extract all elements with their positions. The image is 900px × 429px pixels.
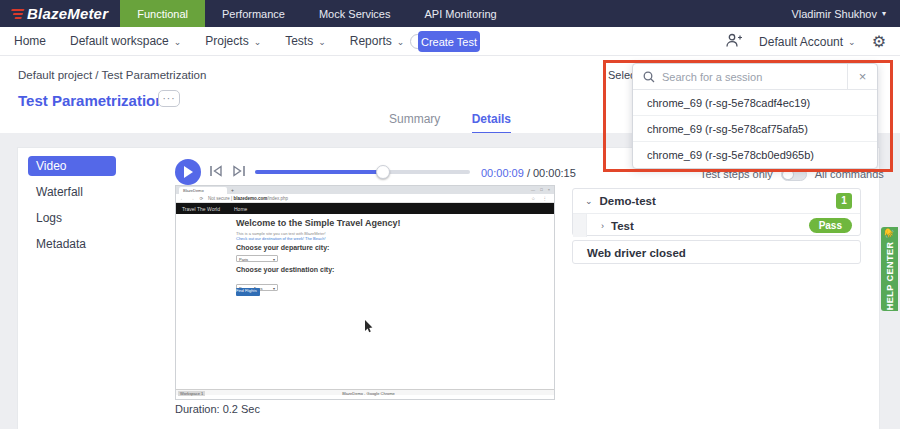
account-selector[interactable]: Default Account ⌄ [759,35,856,49]
site-subtext-2: Check out our destination of the week! T… [236,236,326,241]
os-taskbar: Workspace 1 BlazeDemo - Google Chrome [176,389,554,395]
group-count-badge: 1 [836,193,852,209]
browser-tab: BlazeDemo [179,187,227,194]
site-heading: Welcome to the Simple Travel Agency! [236,218,401,228]
toggle-right-label: All commands [815,168,884,180]
chevron-down-icon: ⌄ [585,196,593,206]
breadcrumb: Default project / Test Parametrization [18,69,206,81]
tab-summary[interactable]: Summary [389,112,440,132]
test-group-name: Demo-test [600,195,656,207]
nav-tests-dropdown[interactable]: Tests⌄ [273,34,338,48]
departure-label: Choose your departure city: [236,244,329,251]
session-search-input[interactable] [662,71,847,83]
row-indent [573,214,587,237]
browser-address-bar: ← → ⟳ Not secure | blazedemo.com/index.p… [176,194,554,203]
top-bar: BlazeMeter Functional Performance Mock S… [0,0,900,27]
top-tab-functional[interactable]: Functional [120,0,205,27]
site-nav-home: Home [234,206,247,212]
chevron-down-icon: ⌄ [254,37,262,47]
help-center-label: HELP CENTER 👋 [885,227,895,310]
site-body: Welcome to the Simple Travel Agency! Thi… [176,214,554,395]
skip-to-start-button[interactable] [207,164,225,180]
top-tab-api-monitoring[interactable]: API Monitoring [407,0,513,27]
video-thumbnail[interactable]: BlazeDemo + — □ × ← → ⟳ Not secure | bla… [175,185,555,400]
nav-reports-dropdown[interactable]: Reports⌄ [338,34,417,48]
video-time: 00:00:09 / 00:00:15 [481,167,576,179]
browser-tab-strip: BlazeDemo + — □ × [176,186,554,194]
window-buttons: — □ × [531,187,552,192]
chevron-right-icon: › [601,221,604,231]
user-menu[interactable]: Vladimir Shukhov ▾ [791,0,900,27]
invite-user-icon[interactable] [725,33,743,51]
new-tab-icon: + [231,187,234,193]
sidebar-item-metadata[interactable]: Metadata [28,234,116,254]
top-tab-performance[interactable]: Performance [205,0,302,27]
chevron-down-icon: ⌄ [848,37,856,47]
test-row[interactable]: › Test Pass [573,213,860,237]
session-option-3[interactable]: chrome_69 (r-sg-5e78cb0ed965b) [633,142,877,168]
browser-nav-arrows: ← → ⟳ [180,196,205,201]
session-option-1[interactable]: chrome_69 (r-sg-5e78cadf4ec19) [633,90,877,116]
video-progress-fill [255,170,384,174]
test-steps-card: ⌄ Demo-test 1 › Test Pass [572,188,861,236]
clear-search-button[interactable]: × [847,64,877,90]
site-brand: Travel The World [182,206,220,212]
destination-label: Choose your destination city: [236,266,334,273]
settings-gear-icon[interactable]: ⚙ [872,34,886,50]
webdriver-closed-row: Web driver closed [573,241,860,265]
session-search-row: × [633,64,877,90]
video-progress-thumb[interactable] [376,165,390,179]
sidebar-item-logs[interactable]: Logs [28,208,116,228]
chevron-down-icon: ⌄ [397,37,405,47]
chevron-down-icon: ▾ [882,10,886,18]
chevron-down-icon: ⌄ [174,37,182,47]
select-caret-icon: ▾ [273,286,275,291]
sidebar-item-video[interactable]: Video [28,156,116,176]
more-options-button[interactable]: ··· [158,90,180,107]
test-group-row[interactable]: ⌄ Demo-test 1 [573,189,860,213]
nav-home[interactable]: Home [0,34,58,48]
logo-text: BlazeMeter [27,5,108,22]
play-icon [184,166,193,178]
video-duration: Duration: 0.2 Sec [175,403,260,415]
nav-workspace-dropdown[interactable]: Default workspace⌄ [58,34,193,48]
help-center-tab[interactable]: HELP CENTER 👋 [881,227,898,311]
user-name: Vladimir Shukhov [791,8,877,20]
chevron-down-icon: ⌄ [318,37,326,47]
pass-status-badge: Pass [809,218,852,233]
site-link: destination of the week! The Beach! [262,236,326,241]
find-flights-button: Find Flights [236,288,260,296]
nav-projects-dropdown[interactable]: Projects⌄ [193,34,273,48]
select-caret-icon: ▾ [273,257,275,262]
video-progress-bar[interactable] [255,170,470,174]
site-navbar: Travel The World Home [176,203,554,214]
toggle-knob [782,169,794,180]
mouse-cursor-icon [364,320,373,333]
webdriver-closed-card: Web driver closed [572,240,861,264]
search-icon [643,71,655,83]
secondary-nav: Home Default workspace⌄ Projects⌄ Tests⌄… [0,27,900,56]
skip-to-end-button[interactable] [230,164,248,180]
blazemeter-logo[interactable]: BlazeMeter [0,0,120,27]
session-option-2[interactable]: chrome_69 (r-sg-5e78caf75afa5) [633,116,877,142]
toggle-left-label: Test steps only [700,168,773,180]
departure-select: Paris▾ [236,255,278,262]
time-current: 00:00:09 [481,167,524,179]
top-tab-mock-services[interactable]: Mock Services [302,0,408,27]
browser-addr-icons: ☆ ⋮ [531,196,550,201]
session-dropdown: × chrome_69 (r-sg-5e78cadf4ec19) chrome_… [632,63,878,169]
test-name: Test [611,220,634,232]
tab-details[interactable]: Details [472,112,511,134]
commands-toggle[interactable] [781,168,807,181]
play-button[interactable] [175,159,201,185]
blazemeter-app: BlazeMeter Functional Performance Mock S… [0,0,900,429]
sidebar-item-waterfall[interactable]: Waterfall [28,182,116,202]
time-total: 00:00:15 [533,167,576,179]
logo-speed-lines-icon [8,9,24,19]
browser-url: Not secure | blazedemo.com/index.php [208,196,288,201]
page-title: Test Parametrization [18,92,164,109]
create-test-button[interactable]: Create Test [418,31,480,52]
